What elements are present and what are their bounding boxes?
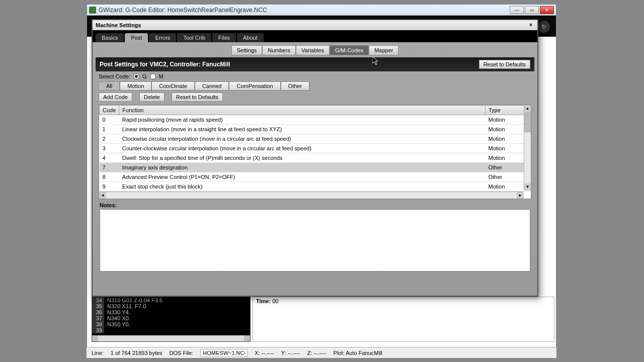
section-header: Post Settings for VMC2, Controller: Fanu… [96, 57, 534, 71]
subtab-variables[interactable]: Variables [296, 45, 330, 55]
table-row[interactable]: 7Imaginary axis designationOther [100, 163, 531, 172]
subtab-mapper[interactable]: Mapper [369, 45, 398, 55]
filter-motion[interactable]: Motion [120, 81, 151, 90]
filter-tabs: AllMotionCoorDinateCannedComPensationOth… [96, 81, 534, 90]
table-row[interactable]: 8Advanced Preview Control (P1=ON, P2=OFF… [100, 172, 531, 182]
minimize-button[interactable]: — [510, 6, 524, 14]
codes-table-wrap: Code Function Type 0Rapid positioning (m… [99, 105, 531, 199]
maximize-button[interactable]: ▭ [525, 6, 539, 14]
radio-m[interactable] [150, 73, 156, 79]
subtab-numbers[interactable]: Numbers [262, 45, 296, 55]
tab-errors[interactable]: Errors [149, 33, 176, 42]
editor-hscroll[interactable]: ◄► [92, 335, 250, 341]
col-function[interactable]: Function [119, 106, 486, 115]
select-code-label: Select Code: [99, 73, 130, 79]
delete-button[interactable]: Delete [139, 93, 165, 102]
reset-defaults-button-2[interactable]: Reset to Defaults [172, 93, 223, 102]
dosfile-input[interactable] [200, 349, 248, 357]
time-label: Time: [256, 298, 271, 304]
titlebar: GWizard: G-Code Editor: HomeSwitchRearPa… [87, 5, 556, 16]
statusbar: Line: 1 of 764 21893 bytes DOS File: X: … [87, 347, 556, 358]
subtab-settings[interactable]: Settings [231, 45, 263, 55]
filter-compensation[interactable]: ComPensation [229, 81, 280, 90]
secondary-tabs: SettingsNumbersVariablesG/M-CodesMapper [96, 45, 534, 55]
table-row[interactable]: 0Rapid positioning (move at rapids speed… [100, 115, 531, 125]
line-counts: 1 of 764 21893 bytes [111, 350, 163, 356]
scroll-right-icon[interactable]: ► [517, 192, 524, 199]
svg-marker-0 [372, 56, 378, 65]
notes-label: Notes: [96, 200, 534, 209]
tab-post[interactable]: Post [125, 33, 148, 42]
status-z: Z: --.---- [307, 350, 327, 356]
notes-textarea[interactable] [100, 209, 530, 272]
dosfile-label: DOS File: [170, 350, 194, 356]
window-title: GWizard: G-Code Editor: HomeSwitchRearPa… [99, 7, 510, 14]
filter-other[interactable]: Other [281, 81, 310, 90]
status-plot: Plot: Auto FanucMill [334, 350, 382, 356]
scroll-down-icon[interactable]: ▼ [524, 184, 531, 191]
tab-basics[interactable]: Basics [96, 33, 124, 42]
table-hscroll[interactable]: ◄ ► [99, 192, 524, 199]
dialog-titlebar: Machine Settings × [93, 20, 537, 30]
codes-table: Code Function Type 0Rapid positioning (m… [99, 105, 531, 199]
info-pane: Time: 00 [253, 297, 554, 342]
col-code[interactable]: Code [100, 106, 119, 115]
section-title-text: Post Settings for VMC2, Controller: Fanu… [100, 61, 230, 68]
cursor-icon [372, 56, 379, 66]
dialog-close-button[interactable]: × [527, 22, 534, 29]
close-button[interactable]: ✕ [540, 6, 554, 14]
status-x: X: --.---- [255, 350, 274, 356]
machine-settings-dialog: Machine Settings × BasicsPostErrorsTool … [92, 19, 538, 297]
tab-files[interactable]: Files [212, 33, 236, 42]
scroll-left-icon[interactable]: ◄ [99, 192, 106, 199]
subtab-g-m-codes[interactable]: G/M-Codes [330, 45, 369, 55]
table-row[interactable]: 2Clockwise circular interpolation (move … [100, 134, 531, 144]
dialog-title: Machine Settings [96, 22, 141, 28]
code-editor[interactable]: 34N310 G01 Z-0.04 F3.535N320 X11. F7.036… [92, 297, 251, 342]
table-row[interactable]: 3Counter-clockwise circular interpolatio… [100, 144, 531, 153]
line-label: Line: [92, 350, 104, 356]
primary-tabs: BasicsPostErrorsTool CribFilesAbout [93, 30, 537, 42]
table-row[interactable]: 4Dwell: Stop for a specified time of (P)… [100, 153, 531, 163]
filter-canned[interactable]: Canned [195, 81, 229, 90]
tab-about[interactable]: About [237, 33, 264, 42]
select-code-row: Select Code: G M [96, 71, 534, 81]
help-icon[interactable]: fp [538, 21, 550, 33]
app-icon [89, 7, 96, 14]
time-value: 00 [272, 298, 278, 304]
scroll-thumb[interactable] [524, 112, 531, 132]
table-vscroll[interactable]: ▲ ▼ [524, 105, 531, 191]
tab-tool-crib[interactable]: Tool Crib [177, 33, 211, 42]
radio-g[interactable] [133, 73, 139, 79]
table-row[interactable]: 1Linear interpolation (move in a straigh… [100, 125, 531, 134]
table-row[interactable]: 9Exact stop check (just this block)Motio… [100, 182, 531, 192]
scroll-up-icon[interactable]: ▲ [524, 105, 531, 112]
filter-coordinate[interactable]: CoorDinate [151, 81, 195, 90]
filter-all[interactable]: All [99, 81, 120, 90]
status-y: Y: --.---- [281, 350, 300, 356]
add-code-button[interactable]: Add Code [99, 93, 132, 102]
reset-defaults-button[interactable]: Reset to Defaults [479, 60, 530, 69]
